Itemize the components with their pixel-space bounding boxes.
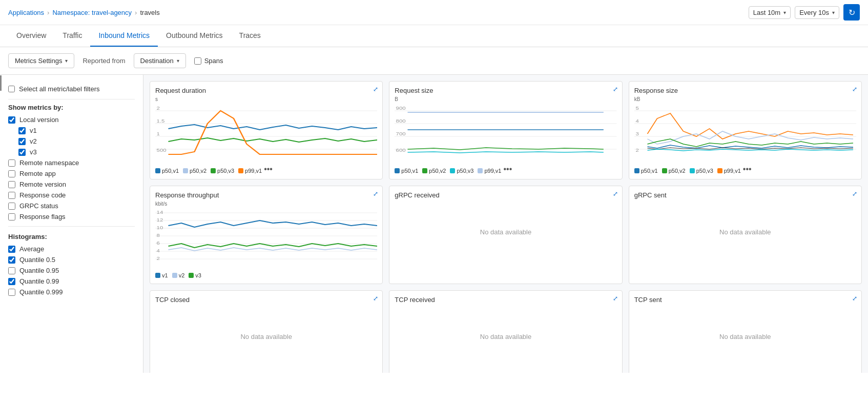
expand-tcp-closed-icon[interactable]: ⤢ (373, 295, 378, 302)
spans-checkbox[interactable] (194, 57, 201, 65)
namespace-link[interactable]: Namespace: travel-agency (52, 9, 132, 16)
request-duration-svg: 2 1.5 1 500 (155, 103, 377, 165)
average-checkbox[interactable] (8, 246, 15, 253)
refresh-interval-arrow-icon: ▾ (832, 10, 835, 15)
chart-tcp-closed-title: TCP closed (155, 296, 377, 304)
q05-label: Quantile 0.5 (19, 256, 55, 264)
filter-v3[interactable]: v3 (18, 147, 135, 157)
response-flags-label: Response flags (19, 213, 66, 220)
tcp-sent-no-data: No data available (634, 306, 856, 367)
response-code-checkbox[interactable] (8, 192, 15, 199)
remote-app-checkbox[interactable] (8, 170, 15, 177)
histogram-q099[interactable]: Quantile 0.99 (8, 276, 135, 287)
filter-remote-version[interactable]: Remote version (8, 179, 135, 190)
chart-tcp-received-title: TCP received (395, 296, 616, 304)
sidebar: Select all metric/label filters Show met… (0, 75, 143, 373)
expand-tcp-sent-icon[interactable]: ⤢ (852, 295, 857, 302)
time-range-select[interactable]: Last 10m ▾ (749, 6, 791, 19)
filter-response-code[interactable]: Response code (8, 190, 135, 200)
tab-overview[interactable]: Overview (8, 25, 54, 47)
request-duration-legend: p50,v1 p50,v2 p50,v3 (155, 168, 262, 174)
expand-grpc-received-icon[interactable]: ⤢ (613, 190, 618, 197)
expand-response-size-icon[interactable]: ⤢ (852, 86, 857, 93)
q099-checkbox[interactable] (8, 278, 15, 285)
remote-namespace-checkbox[interactable] (8, 159, 15, 167)
select-all-filters[interactable]: Select all metric/label filters (8, 83, 135, 95)
spans-label: Spans (204, 57, 223, 65)
svg-text:3: 3 (635, 131, 639, 136)
legend-rs-p50v3: p50,v3 (450, 168, 473, 174)
show-metrics-label: Show metrics by: (8, 104, 135, 111)
chart-grpc-sent-title: gRPC sent (634, 191, 856, 199)
more-response-size-icon[interactable]: ••• (743, 165, 752, 174)
filter-grpc-status[interactable]: GRPC status (8, 200, 135, 211)
histogram-q0999[interactable]: Quantile 0.999 (8, 287, 135, 297)
response-flags-checkbox[interactable] (8, 213, 15, 220)
v2-checkbox[interactable] (18, 138, 26, 145)
charts-area: ⤢ Request duration s 2 1.5 (143, 75, 868, 373)
applications-link[interactable]: Applications (8, 9, 44, 16)
chart-tcp-sent-title: TCP sent (634, 296, 856, 304)
histogram-average[interactable]: Average (8, 244, 135, 254)
metrics-settings-arrow-icon: ▾ (65, 58, 68, 64)
expand-grpc-sent-icon[interactable]: ⤢ (852, 190, 857, 197)
v1-label: v1 (30, 127, 37, 134)
tab-inbound-metrics[interactable]: Inbound Metrics (90, 25, 158, 47)
histogram-q095[interactable]: Quantile 0.95 (8, 265, 135, 276)
histogram-q05[interactable]: Quantile 0.5 (8, 254, 135, 265)
more-request-size-icon[interactable]: ••• (503, 165, 512, 174)
spans-checkbox-label[interactable]: Spans (194, 57, 223, 65)
local-version-checkbox[interactable] (8, 116, 15, 124)
legend-p50v1: p50,v1 (155, 168, 179, 174)
refresh-interval-select[interactable]: Every 10s ▾ (795, 6, 839, 19)
svg-text:4: 4 (635, 118, 639, 124)
header-controls: Last 10m ▾ Every 10s ▾ ↻ (749, 4, 860, 21)
tcp-received-no-data: No data available (395, 306, 616, 367)
throughput-legend: v1 v2 v3 (155, 272, 201, 278)
tab-traces[interactable]: Traces (231, 25, 269, 47)
filter-v1[interactable]: v1 (18, 125, 135, 136)
q0999-label: Quantile 0.999 (19, 288, 63, 296)
svg-text:1.5: 1.5 (157, 118, 165, 124)
sidebar-divider-2 (8, 226, 135, 227)
svg-text:4: 4 (157, 248, 160, 253)
time-range-arrow-icon: ▾ (783, 10, 786, 15)
grpc-status-checkbox[interactable] (8, 203, 15, 210)
filter-local-version[interactable]: Local version (8, 114, 135, 125)
filter-remote-app[interactable]: Remote app (8, 168, 135, 179)
remote-version-checkbox[interactable] (8, 181, 15, 188)
throughput-svg: 14 12 10 8 6 4 2 (155, 208, 377, 269)
expand-tcp-received-icon[interactable]: ⤢ (613, 295, 618, 302)
v1-checkbox[interactable] (18, 127, 26, 134)
chart-tcp-received: ⤢ TCP received No data available (389, 290, 622, 373)
q05-checkbox[interactable] (8, 256, 15, 264)
q0999-checkbox[interactable] (8, 289, 15, 296)
tab-traffic[interactable]: Traffic (54, 25, 90, 47)
legend-rss-p50v2: p50,v2 (662, 168, 686, 174)
refresh-button[interactable]: ↻ (843, 4, 860, 21)
filter-v2[interactable]: v2 (18, 136, 135, 147)
remote-version-label: Remote version (19, 181, 66, 188)
remote-app-label: Remote app (19, 170, 56, 177)
metrics-settings-button[interactable]: Metrics Settings ▾ (8, 53, 74, 68)
chart-tcp-closed: ⤢ TCP closed No data available (150, 290, 383, 373)
expand-request-duration-icon[interactable]: ⤢ (373, 86, 378, 93)
expand-request-size-icon[interactable]: ⤢ (613, 86, 618, 93)
refresh-interval-value: Every 10s (799, 9, 829, 16)
tab-outbound-metrics[interactable]: Outbound Metrics (158, 25, 231, 47)
charts-row-2: ⤢ Response throughput kbit/s 14 (150, 186, 862, 284)
svg-text:5: 5 (635, 106, 639, 111)
expand-throughput-icon[interactable]: ⤢ (373, 190, 378, 197)
v3-checkbox[interactable] (18, 149, 26, 156)
svg-text:12: 12 (157, 217, 163, 223)
legend-p50v3: p50,v3 (211, 168, 234, 174)
destination-button[interactable]: Destination ▾ (134, 53, 186, 68)
legend-p50v2: p50,v2 (183, 168, 206, 174)
more-request-duration-icon[interactable]: ••• (264, 165, 273, 174)
q095-checkbox[interactable] (8, 267, 15, 274)
q095-label: Quantile 0.95 (19, 267, 59, 274)
destination-label: Destination (140, 57, 174, 65)
filter-remote-namespace[interactable]: Remote namespace (8, 157, 135, 168)
filter-response-flags[interactable]: Response flags (8, 211, 135, 222)
select-all-checkbox[interactable] (8, 86, 15, 92)
